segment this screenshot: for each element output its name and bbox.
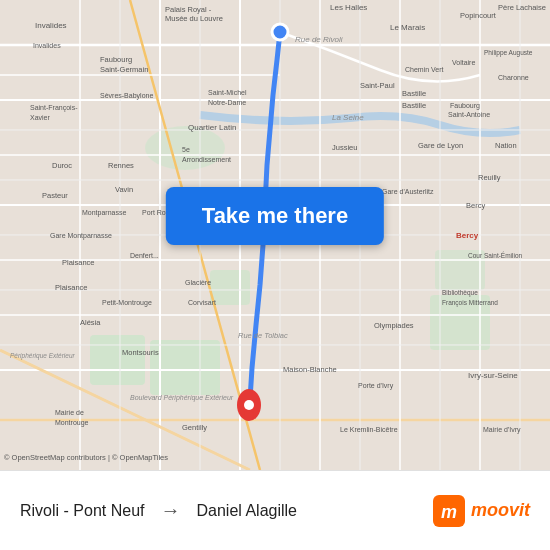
svg-text:Mairie d'Ivry: Mairie d'Ivry	[483, 426, 521, 434]
svg-text:Plaisance: Plaisance	[62, 258, 95, 267]
take-me-there-button[interactable]: Take me there	[166, 187, 384, 245]
moovit-icon: m	[433, 495, 465, 527]
svg-text:Quartier Latin: Quartier Latin	[188, 123, 236, 132]
svg-text:Nation: Nation	[495, 141, 517, 150]
arrow-icon: →	[161, 499, 181, 522]
svg-text:Rennes: Rennes	[108, 161, 134, 170]
svg-text:Le Kremlin-Bicêtre: Le Kremlin-Bicêtre	[340, 426, 398, 433]
svg-text:Xavier: Xavier	[30, 114, 51, 121]
svg-text:Invalides: Invalides	[33, 42, 61, 49]
svg-text:Boulevard Périphérique Extérie: Boulevard Périphérique Extérieur	[130, 394, 234, 402]
svg-text:Philippe Auguste: Philippe Auguste	[484, 49, 533, 57]
svg-text:Rue de Rivoli: Rue de Rivoli	[295, 35, 343, 44]
svg-text:Bibliothèque: Bibliothèque	[442, 289, 478, 297]
svg-text:Duroc: Duroc	[52, 161, 72, 170]
svg-rect-2	[90, 335, 145, 385]
svg-text:François Mitterrand: François Mitterrand	[442, 299, 498, 307]
svg-text:La Seine: La Seine	[332, 113, 364, 122]
svg-text:Faubourg: Faubourg	[450, 102, 480, 110]
svg-text:Montsouris: Montsouris	[122, 348, 159, 357]
svg-text:Montrouge: Montrouge	[55, 419, 89, 427]
svg-text:Saint-Germain: Saint-Germain	[100, 65, 148, 74]
svg-text:Rue de Tolbiac: Rue de Tolbiac	[238, 331, 288, 340]
svg-text:Musée du Louvre: Musée du Louvre	[165, 14, 223, 23]
svg-text:Alésia: Alésia	[80, 318, 101, 327]
svg-text:Charonne: Charonne	[498, 74, 529, 81]
moovit-text: moovit	[471, 500, 530, 521]
moovit-logo: m moovit	[433, 495, 530, 527]
svg-text:Arrondissement: Arrondissement	[182, 156, 231, 163]
svg-text:Corvisart: Corvisart	[188, 299, 216, 306]
svg-text:Plaisance: Plaisance	[55, 283, 88, 292]
svg-text:Bercy: Bercy	[456, 231, 479, 240]
svg-text:Gare de Lyon: Gare de Lyon	[418, 141, 463, 150]
svg-text:Faubourg: Faubourg	[100, 55, 132, 64]
svg-point-39	[244, 400, 254, 410]
svg-text:Popincourt: Popincourt	[460, 11, 497, 20]
svg-text:Père Lachaise: Père Lachaise	[498, 3, 546, 12]
svg-text:Gentilly: Gentilly	[182, 423, 207, 432]
origin-label: Rivoli - Pont Neuf	[20, 502, 145, 520]
svg-text:Maison-Blanche: Maison-Blanche	[283, 365, 337, 374]
svg-text:Vavin: Vavin	[115, 185, 133, 194]
svg-text:Saint-Michel: Saint-Michel	[208, 89, 247, 96]
svg-text:Voltaire: Voltaire	[452, 59, 475, 66]
svg-text:Périphérique Extérieur: Périphérique Extérieur	[10, 352, 76, 360]
svg-text:Saint-Antoine: Saint-Antoine	[448, 111, 490, 118]
svg-text:Ivry-sur-Seine: Ivry-sur-Seine	[468, 371, 518, 380]
svg-text:Olympiades: Olympiades	[374, 321, 414, 330]
bottom-bar: Rivoli - Pont Neuf → Daniel Alagille m m…	[0, 470, 550, 550]
svg-point-38	[244, 410, 254, 420]
map-container: Invalides Invalides Palais Royal - Musée…	[0, 0, 550, 470]
svg-text:Bercy: Bercy	[466, 201, 485, 210]
svg-text:Glacière: Glacière	[185, 279, 211, 286]
svg-text:Saint-François-: Saint-François-	[30, 104, 78, 112]
svg-text:m: m	[441, 502, 457, 522]
svg-text:Palais Royal -: Palais Royal -	[165, 5, 212, 14]
svg-text:Notre-Dame: Notre-Dame	[208, 99, 246, 106]
svg-text:Denfert...: Denfert...	[130, 252, 159, 259]
svg-text:Gare Montparnasse: Gare Montparnasse	[50, 232, 112, 240]
svg-text:Chemin Vert: Chemin Vert	[405, 66, 444, 73]
svg-text:Reuilly: Reuilly	[478, 173, 501, 182]
svg-text:Mairie de: Mairie de	[55, 409, 84, 416]
svg-text:Petit-Montrouge: Petit-Montrouge	[102, 299, 152, 307]
svg-text:Le Marais: Le Marais	[390, 23, 425, 32]
svg-text:Porte d'Ivry: Porte d'Ivry	[358, 382, 394, 390]
destination-label: Daniel Alagille	[197, 502, 298, 520]
svg-text:Sèvres-Babylone: Sèvres-Babylone	[100, 92, 153, 100]
svg-text:Invalides: Invalides	[35, 21, 67, 30]
svg-text:Bastille: Bastille	[402, 101, 426, 110]
svg-text:Montparnasse: Montparnasse	[82, 209, 126, 217]
svg-text:Les Halles: Les Halles	[330, 3, 367, 12]
svg-point-36	[272, 24, 288, 40]
svg-text:Saint-Paul: Saint-Paul	[360, 81, 395, 90]
svg-text:Pasteur: Pasteur	[42, 191, 68, 200]
svg-text:Gare d'Austerlitz: Gare d'Austerlitz	[382, 188, 434, 195]
svg-text:5e: 5e	[182, 146, 190, 153]
svg-text:Bastille: Bastille	[402, 89, 426, 98]
svg-text:© OpenStreetMap contributors |: © OpenStreetMap contributors | © OpenMap…	[4, 453, 168, 462]
svg-text:Cour Saint-Émilion: Cour Saint-Émilion	[468, 251, 523, 259]
svg-text:Jussieu: Jussieu	[332, 143, 357, 152]
